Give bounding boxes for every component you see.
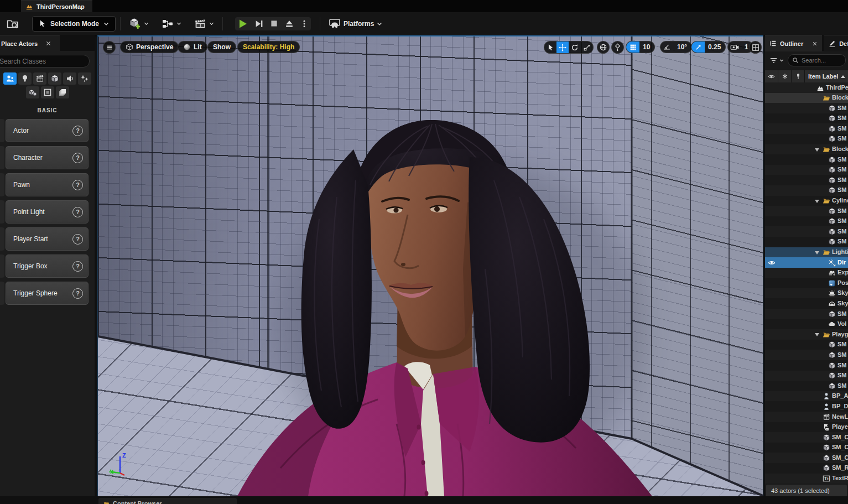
item-card[interactable]: Trigger Sphere? [6, 282, 89, 305]
cinematics-dropdown[interactable] [191, 15, 218, 32]
outliner-row[interactable]: Playg [765, 329, 848, 340]
outliner-row[interactable]: TextR [765, 474, 848, 484]
expand-arrow-icon[interactable] [815, 251, 819, 254]
perspective-dropdown[interactable]: Perspective [120, 41, 179, 53]
close-icon[interactable] [45, 40, 51, 46]
place-item-actor[interactable]: Actor? [0, 119, 95, 142]
outliner-row[interactable]: SM [765, 165, 848, 175]
outliner-row[interactable]: SM_C [765, 443, 848, 453]
outliner-row[interactable]: SM [765, 113, 848, 124]
grid-snap-control[interactable]: 10 [626, 41, 655, 53]
viewport-options-button[interactable] [103, 41, 116, 54]
camera-speed-icon-cell[interactable] [728, 41, 741, 53]
outliner-row[interactable]: Exp [765, 268, 848, 278]
outliner-row[interactable]: SM [765, 216, 848, 227]
rotation-snap-value[interactable]: 10° [674, 43, 691, 51]
outliner-row[interactable]: ThirdPe [765, 82, 848, 93]
play-button[interactable] [237, 18, 248, 29]
world-local-toggle[interactable] [597, 41, 610, 54]
metahuman-character[interactable] [98, 37, 763, 496]
outliner-row[interactable]: SM [765, 381, 848, 391]
category-effects-button[interactable] [78, 72, 91, 85]
close-icon[interactable] [812, 41, 818, 46]
outliner-row[interactable]: SM [765, 103, 848, 113]
grid-snap-value[interactable]: 10 [639, 43, 654, 51]
outliner-row[interactable]: BP_D [765, 401, 848, 412]
outliner-row[interactable]: Block [765, 93, 848, 103]
outliner-row[interactable]: BP_A [765, 391, 848, 402]
place-item-point-light[interactable]: Point Light? [0, 200, 95, 224]
place-item-trigger-sphere[interactable]: Trigger Sphere? [0, 282, 95, 305]
show-dropdown[interactable]: Show [207, 41, 236, 53]
outliner-row[interactable]: SM [765, 134, 848, 144]
scale-tool-button[interactable] [581, 41, 593, 54]
eject-button[interactable] [284, 19, 294, 29]
help-icon[interactable]: ? [72, 288, 83, 299]
help-icon[interactable]: ? [72, 207, 83, 217]
grid-snap-toggle[interactable] [626, 41, 639, 53]
outliner-row[interactable]: Cylind [765, 196, 848, 206]
outliner-search-input[interactable]: Search... [788, 54, 846, 66]
move-tool-button[interactable] [556, 41, 569, 54]
filter-icon[interactable] [769, 56, 778, 65]
help-icon[interactable]: ? [72, 180, 83, 190]
outliner-row[interactable]: Block [765, 144, 848, 155]
outliner-row[interactable]: SM [765, 226, 848, 237]
outliner-row[interactable]: Sky [765, 288, 848, 299]
outliner-row[interactable]: Pos [765, 278, 848, 288]
item-card[interactable]: Trigger Box? [6, 254, 89, 278]
outliner-row[interactable]: Lighti [765, 247, 848, 258]
item-card[interactable]: Player Start? [6, 227, 89, 251]
help-icon[interactable]: ? [72, 153, 83, 163]
scale-snap-toggle[interactable] [691, 41, 705, 53]
category-allclasses-button[interactable] [56, 86, 69, 98]
rotation-snap-toggle[interactable] [660, 41, 674, 53]
help-icon[interactable]: ? [72, 126, 83, 136]
maximize-viewport-button[interactable] [749, 41, 762, 54]
play-options-kebab-icon[interactable] [300, 19, 309, 28]
outliner-row[interactable]: SM [765, 360, 848, 371]
content-browser-button[interactable] [3, 15, 22, 32]
category-geometry-button[interactable] [26, 86, 39, 98]
help-icon[interactable]: ? [72, 234, 83, 245]
category-shapes-button[interactable] [48, 72, 61, 85]
frame-skip-button[interactable] [254, 19, 264, 29]
place-item-player-start[interactable]: Player Start? [0, 227, 95, 251]
item-label-column-header[interactable]: Item Label [805, 70, 848, 82]
outliner-row[interactable]: SM [765, 123, 848, 134]
outliner-row[interactable]: SM [765, 185, 848, 196]
outliner-row[interactable]: SM [765, 206, 848, 216]
place-item-character[interactable]: Character? [0, 146, 95, 169]
add-actor-dropdown[interactable] [125, 15, 153, 32]
category-cinematic-button[interactable] [33, 72, 46, 85]
search-classes-input[interactable]: Search Classes [0, 55, 90, 67]
outliner-row[interactable]: Dir [765, 257, 848, 268]
outliner-row[interactable]: SM [765, 237, 848, 247]
rotation-snap-control[interactable]: 10° [660, 41, 692, 53]
stop-button[interactable] [269, 19, 279, 28]
visibility-column-button[interactable] [765, 70, 778, 82]
category-audio-button[interactable] [63, 72, 76, 85]
pin-column-button[interactable] [792, 70, 805, 82]
outliner-row[interactable]: Vol [765, 319, 848, 330]
select-tool-button[interactable] [544, 41, 556, 54]
selection-mode-dropdown[interactable]: Selection Mode [32, 16, 116, 32]
outliner-row[interactable]: SM [765, 340, 848, 350]
outliner-row[interactable]: SM [765, 154, 848, 165]
outliner-row[interactable]: NewL [765, 412, 848, 422]
tab-details[interactable]: Details [824, 35, 848, 51]
viewport[interactable]: Perspective Lit Show Scalability: High [97, 35, 763, 497]
scale-snap-control[interactable]: 0.25 [691, 41, 726, 53]
place-item-pawn[interactable]: Pawn? [0, 173, 95, 196]
surface-snapping-button[interactable] [611, 41, 624, 54]
item-card[interactable]: Character? [6, 146, 89, 169]
content-browser-tab[interactable]: Content Browser [98, 498, 237, 504]
chevron-down-icon[interactable] [779, 58, 784, 63]
outliner-row[interactable]: SM_R [765, 463, 848, 474]
place-item-trigger-box[interactable]: Trigger Box? [0, 254, 95, 278]
outliner-row[interactable]: Sky [765, 298, 848, 309]
outliner-row[interactable]: SM [765, 175, 848, 185]
scale-snap-value[interactable]: 0.25 [705, 43, 725, 51]
outliner-row[interactable]: SM_C [765, 432, 848, 443]
outliner-row[interactable]: SM [765, 309, 848, 319]
